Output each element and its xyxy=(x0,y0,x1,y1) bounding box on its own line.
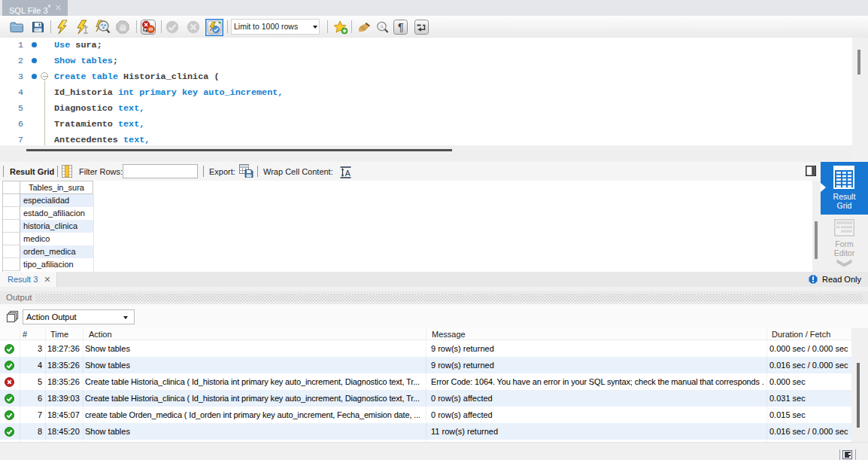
svg-text:¶: ¶ xyxy=(398,21,404,33)
svg-text:A: A xyxy=(380,24,384,29)
svg-text:A: A xyxy=(345,169,351,178)
